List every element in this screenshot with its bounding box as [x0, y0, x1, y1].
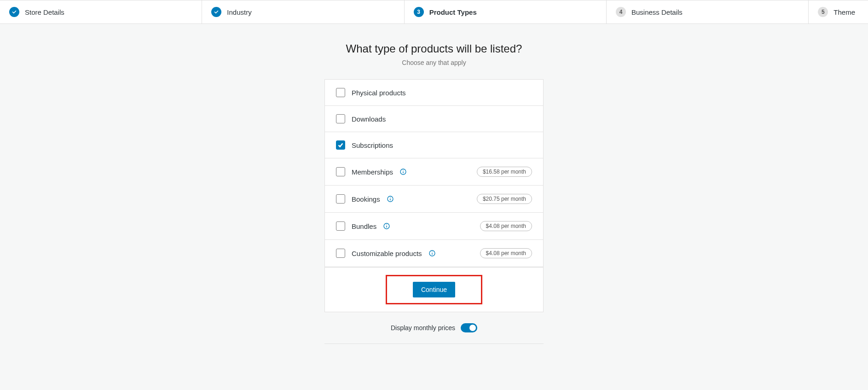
page-title: What type of products will be listed? [346, 42, 522, 55]
option-physical[interactable]: Physical products [325, 80, 543, 106]
option-bundles[interactable]: Bundles $4.08 per month [325, 213, 543, 240]
monthly-prices-toggle[interactable] [461, 323, 477, 332]
price-pill: $4.08 per month [480, 248, 532, 258]
monthly-prices-toggle-row: Display monthly prices [391, 323, 477, 332]
svg-point-5 [390, 197, 390, 198]
check-icon [211, 7, 221, 17]
step-number-badge: 3 [414, 7, 424, 17]
svg-point-8 [387, 224, 387, 225]
step-label: Industry [227, 8, 251, 16]
step-label: Product Types [429, 8, 477, 16]
info-icon[interactable] [387, 195, 394, 203]
option-bookings[interactable]: Bookings $20.75 per month [325, 186, 543, 213]
option-label: Subscriptions [352, 141, 393, 149]
step-number-badge: 5 [818, 7, 828, 17]
step-theme[interactable]: 5 Theme [809, 0, 868, 23]
checkbox-downloads[interactable] [336, 114, 345, 123]
option-label: Physical products [352, 89, 406, 97]
wizard-stepper: Store Details Industry 3 Product Types 4… [0, 0, 868, 24]
option-customizable[interactable]: Customizable products $4.08 per month [325, 240, 543, 267]
option-label: Bookings [352, 195, 380, 203]
step-store-details[interactable]: Store Details [0, 0, 202, 23]
checkbox-bundles[interactable] [336, 221, 345, 231]
step-industry[interactable]: Industry [202, 0, 404, 23]
info-icon[interactable] [399, 168, 407, 175]
option-label: Bundles [352, 222, 376, 230]
option-label: Downloads [352, 115, 386, 123]
divider [324, 343, 544, 344]
step-business-details[interactable]: 4 Business Details [607, 0, 809, 23]
card-footer: Continue [325, 267, 543, 312]
info-icon[interactable] [428, 250, 436, 257]
option-memberships[interactable]: Memberships $16.58 per month [325, 158, 543, 186]
step-label: Business Details [631, 8, 683, 16]
check-icon [9, 7, 19, 17]
step-label: Theme [833, 8, 855, 16]
toggle-label: Display monthly prices [391, 324, 455, 332]
product-types-card: Physical products Downloads Subscription… [324, 79, 544, 312]
checkbox-memberships[interactable] [336, 167, 345, 176]
option-downloads[interactable]: Downloads [325, 106, 543, 132]
step-product-types[interactable]: 3 Product Types [405, 0, 607, 23]
step-label: Store Details [25, 8, 64, 16]
price-pill: $20.75 per month [477, 194, 532, 204]
option-label: Memberships [352, 168, 393, 176]
checkbox-subscriptions[interactable] [336, 140, 345, 150]
continue-button[interactable]: Continue [413, 282, 455, 297]
option-label: Customizable products [352, 250, 422, 257]
price-pill: $16.58 per month [477, 167, 532, 177]
main-content: What type of products will be listed? Ch… [0, 24, 868, 353]
checkbox-physical[interactable] [336, 88, 345, 97]
price-pill: $4.08 per month [480, 221, 532, 231]
checkbox-customizable[interactable] [336, 249, 345, 258]
highlight-box: Continue [386, 275, 482, 304]
info-icon[interactable] [383, 222, 390, 230]
page-subtitle: Choose any that apply [402, 59, 466, 66]
svg-point-2 [403, 170, 403, 170]
step-number-badge: 4 [616, 7, 626, 17]
option-subscriptions[interactable]: Subscriptions [325, 132, 543, 158]
svg-point-11 [432, 251, 432, 252]
checkbox-bookings[interactable] [336, 194, 345, 204]
